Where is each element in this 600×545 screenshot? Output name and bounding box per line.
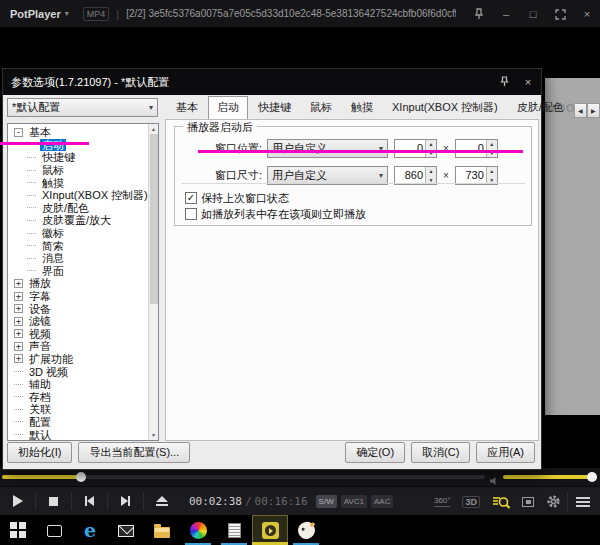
minus-expander-icon[interactable]: - — [14, 128, 23, 137]
tab-scroll-left-icon[interactable]: ◀ — [574, 103, 587, 118]
seek-knob[interactable] — [76, 472, 86, 482]
scroll-up-icon[interactable]: ▲ — [149, 124, 158, 134]
tree-item-5[interactable]: XInput(XBOX 控制器) — [8, 189, 148, 202]
tree-item-6[interactable]: 皮肤/配色 — [8, 202, 148, 215]
tree-item-16[interactable]: +视频 — [8, 328, 148, 341]
tree-item-17[interactable]: +声音 — [8, 340, 148, 353]
mail-app-button[interactable] — [108, 515, 144, 545]
cancel-button[interactable]: 取消(C) — [411, 442, 470, 463]
volume-knob[interactable] — [587, 472, 597, 482]
tree-item-label: 滤镜 — [27, 315, 53, 327]
tree-item-label: 消息 — [40, 252, 66, 264]
tree-item-20[interactable]: 辅助 — [8, 378, 148, 391]
initialize-button[interactable]: 初始化(I) — [7, 442, 72, 463]
file-explorer-button[interactable] — [144, 515, 180, 545]
eject-icon — [156, 496, 168, 506]
3d-mode-button[interactable]: 3D — [462, 496, 480, 508]
tab-1[interactable]: 启动 — [208, 96, 248, 119]
tree-item-13[interactable]: +字幕 — [8, 290, 148, 303]
tree-item-7[interactable]: 皮肤覆盖/放大 — [8, 214, 148, 227]
task-view-button[interactable] — [36, 515, 72, 545]
tree-item-22[interactable]: 关联 — [8, 403, 148, 416]
tree-item-0[interactable]: -基本 — [8, 126, 148, 139]
tree-item-3[interactable]: 鼠标 — [8, 164, 148, 177]
control-panel-button[interactable] — [522, 497, 534, 507]
tree-item-9[interactable]: 简索 — [8, 239, 148, 252]
profile-select[interactable]: *默认配置 ▾ — [7, 98, 158, 117]
tree-item-4[interactable]: 触摸 — [8, 176, 148, 189]
tree-item-8[interactable]: 徽标 — [8, 227, 148, 240]
play-button[interactable] — [5, 490, 30, 512]
plus-expander-icon[interactable]: + — [14, 292, 23, 301]
search-browse-button[interactable] — [492, 495, 510, 509]
volume-bar[interactable] — [503, 475, 596, 479]
tree-item-19[interactable]: 3D 视频 — [8, 365, 148, 378]
plus-expander-icon[interactable]: + — [14, 329, 23, 338]
keep-last-window-state-option[interactable]: ✓ 保持上次窗口状态 — [185, 191, 289, 205]
scroll-down-icon[interactable]: ▼ — [149, 430, 158, 440]
fullscreen-icon[interactable] — [553, 7, 567, 21]
plus-expander-icon[interactable]: + — [14, 304, 23, 313]
next-button[interactable] — [113, 490, 138, 512]
notepad-app-button[interactable] — [216, 515, 252, 545]
play-if-in-playlist-option[interactable]: 如播放列表中存在该项则立即播放 — [185, 207, 366, 221]
tree-item-10[interactable]: 消息 — [8, 252, 148, 265]
spin-up-icon[interactable]: ▲ — [487, 167, 497, 176]
tab-6[interactable]: 皮肤/配色 — [508, 96, 573, 118]
spin-up-icon[interactable]: ▲ — [487, 140, 497, 149]
spin-up-icon[interactable]: ▲ — [426, 167, 436, 176]
tree-item-14[interactable]: +设备 — [8, 302, 148, 315]
previous-button[interactable] — [77, 490, 102, 512]
window-position-select[interactable]: 用户自定义 ▾ — [267, 139, 388, 158]
dialog-close-icon[interactable]: × — [521, 76, 535, 88]
checkbox-checked-icon[interactable]: ✓ — [185, 192, 197, 204]
checkbox-unchecked-icon[interactable] — [185, 208, 197, 220]
tab-5[interactable]: XInput(XBOX 控制器) — [383, 96, 507, 118]
tab-4[interactable]: 触摸 — [342, 96, 382, 118]
minimize-icon[interactable]: – — [499, 7, 513, 21]
bird-app-button[interactable] — [288, 515, 324, 545]
tree-scrollbar-thumb[interactable] — [150, 134, 158, 304]
window-x-stepper[interactable]: 0 ▲▼ — [394, 139, 437, 158]
close-icon[interactable]: × — [580, 7, 594, 21]
plus-expander-icon[interactable]: + — [14, 354, 23, 363]
apply-button[interactable]: 应用(A) — [476, 442, 535, 463]
tree-item-24[interactable]: 默认 — [8, 428, 148, 441]
potplayer-app-button[interactable] — [252, 515, 288, 545]
preferences-gear-button[interactable] — [546, 494, 561, 509]
tree-item-11[interactable]: 界面 — [8, 265, 148, 278]
tree-scrollbar[interactable]: ▲ ▼ — [148, 124, 158, 440]
tree-item-23[interactable]: 配置 — [8, 416, 148, 429]
export-config-button[interactable]: 导出当前配置(S)... — [78, 442, 190, 463]
playlist-button[interactable] — [576, 497, 590, 507]
plus-expander-icon[interactable]: + — [14, 317, 23, 326]
ok-button[interactable]: 确定(O) — [345, 442, 405, 463]
tab-2[interactable]: 快捷键 — [249, 96, 300, 118]
stop-button[interactable] — [41, 490, 66, 512]
tree-item-18[interactable]: +扩展功能 — [8, 353, 148, 366]
tree-item-12[interactable]: +播放 — [8, 277, 148, 290]
maximize-icon[interactable]: □ — [526, 7, 540, 21]
tree-item-21[interactable]: 存档 — [8, 390, 148, 403]
edge-browser-button[interactable]: e — [72, 515, 108, 545]
plus-expander-icon[interactable]: + — [14, 279, 23, 288]
color-wheel-app-button[interactable] — [180, 515, 216, 545]
tab-0[interactable]: 基本 — [167, 96, 207, 118]
app-menu-chevron-icon[interactable]: ▾ — [65, 9, 69, 18]
tree-item-15[interactable]: +滤镜 — [8, 315, 148, 328]
window-y-stepper[interactable]: 0 ▲▼ — [455, 139, 498, 158]
seek-bar[interactable] — [2, 475, 485, 479]
tab-scroll-right-icon[interactable]: ▶ — [587, 103, 600, 118]
dialog-titlebar[interactable]: 参数选项(1.7.21097) - *默认配置 × — [3, 69, 541, 95]
vr-360-button[interactable]: 360° — [434, 496, 451, 507]
pin-on-top-icon[interactable] — [472, 7, 486, 21]
spin-up-icon[interactable]: ▲ — [426, 140, 436, 149]
dialog-pin-icon[interactable] — [497, 76, 511, 89]
open-file-button[interactable] — [149, 490, 174, 512]
mail-envelope-icon — [118, 525, 134, 537]
tab-3[interactable]: 鼠标 — [301, 96, 341, 118]
tree-item-2[interactable]: 快捷键 — [8, 151, 148, 164]
app-logo-text[interactable]: PotPlayer — [10, 8, 61, 20]
plus-expander-icon[interactable]: + — [14, 342, 23, 351]
start-button[interactable] — [0, 515, 36, 545]
